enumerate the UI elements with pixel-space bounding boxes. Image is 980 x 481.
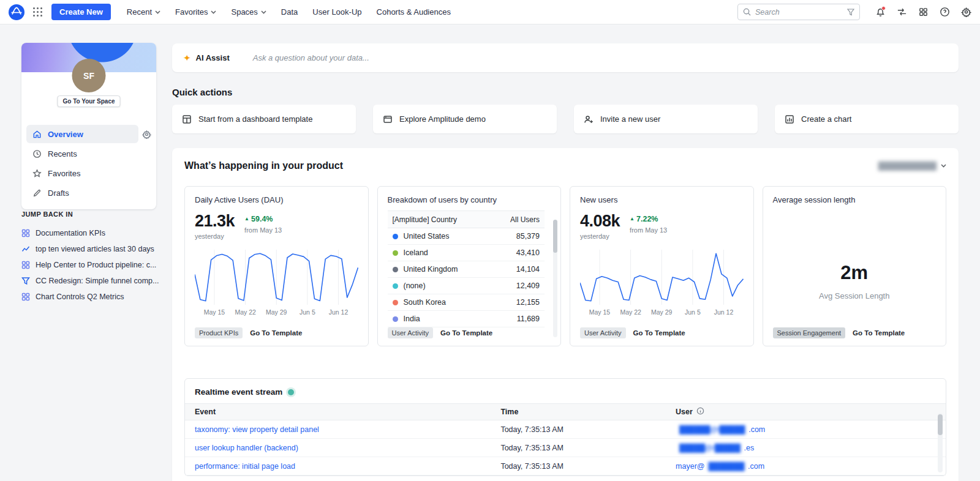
sidebar-item-overview[interactable]: Overview xyxy=(26,125,138,143)
scrollbar-thumb[interactable] xyxy=(938,414,943,435)
country-scrollbar[interactable] xyxy=(553,220,557,337)
session-length-card: Average session length 2m Avg Session Le… xyxy=(763,186,947,346)
session-caption: Avg Session Length xyxy=(773,291,937,300)
country-row[interactable]: South Korea 12,155 xyxy=(388,294,545,311)
nav-data[interactable]: Data xyxy=(281,7,298,17)
country-footer: User Activity Go To Template xyxy=(388,327,551,338)
help-icon[interactable] xyxy=(939,7,950,18)
nav-recent[interactable]: Recent xyxy=(127,7,160,17)
sidebar-row-favorites: Favorites xyxy=(26,164,151,182)
event-link[interactable]: user lookup handler (backend) xyxy=(195,444,298,452)
event-time: Today, 7:35:13 AM xyxy=(500,425,676,434)
bar-chart-icon xyxy=(785,114,794,124)
scrollbar-thumb[interactable] xyxy=(553,220,557,253)
search-input[interactable] xyxy=(755,8,843,17)
settings-gear-icon[interactable] xyxy=(960,7,971,18)
product-grid-icon[interactable] xyxy=(918,7,929,18)
ai-assist-bar[interactable]: ✦ AI Assist Ask a question about your da… xyxy=(172,43,959,72)
quick-actions-title: Quick actions xyxy=(172,87,959,97)
nav-spaces[interactable]: Spaces xyxy=(231,7,266,17)
session-go-to-template-link[interactable]: Go To Template xyxy=(853,329,905,337)
go-to-your-space-button[interactable]: Go To Your Space xyxy=(57,95,120,107)
country-row[interactable]: United Kingdom 14,104 xyxy=(388,261,545,278)
realtime-event-stream-card: Realtime event stream Event Time User ta… xyxy=(184,378,946,476)
new-users-x-axis: May 15 May 22 May 29 Jun 5 Jun 12 xyxy=(580,308,744,316)
dau-delta: ▲59.4% xyxy=(244,215,282,223)
dau-value-caption: yesterday xyxy=(195,233,235,240)
browser-window-icon xyxy=(383,114,393,124)
series-dot xyxy=(393,300,398,305)
project-selector[interactable]: ████████████ xyxy=(878,162,946,170)
data-connections-icon[interactable] xyxy=(896,7,907,18)
redacted-user: ██████@t█████ xyxy=(679,425,745,434)
event-user-link[interactable]: ██████@t█████.com xyxy=(676,425,946,434)
event-user-link[interactable]: █████@r█████.es xyxy=(676,444,946,452)
session-title: Average session length xyxy=(773,195,937,204)
series-dot xyxy=(393,316,398,322)
home-icon xyxy=(32,130,42,139)
country-go-to-template-link[interactable]: Go To Template xyxy=(440,329,492,337)
amplitude-logo-icon[interactable] xyxy=(9,4,24,20)
jump-item-chart-controls-q2[interactable]: Chart Controls Q2 Metrics xyxy=(21,289,164,305)
apps-grid-icon[interactable] xyxy=(33,7,43,17)
event-column-header: Event xyxy=(185,408,500,416)
jump-item-top-ten-viewed[interactable]: top ten viewed articles last 30 days xyxy=(21,241,164,257)
country-row[interactable]: (none) 12,409 xyxy=(388,278,545,294)
dau-category-badge[interactable]: Product KPIs xyxy=(195,327,243,338)
main-content: ✦ AI Assist Ask a question about your da… xyxy=(172,43,959,481)
new-users-go-to-template-link[interactable]: Go To Template xyxy=(633,329,685,337)
jump-item-cc-redesign-funnel[interactable]: CC Redesign: Simple funnel comp... xyxy=(21,273,164,289)
quick-action-create-chart[interactable]: Create a chart xyxy=(775,105,959,133)
star-icon xyxy=(32,169,42,178)
user-column-header: User xyxy=(676,407,946,417)
overview-settings-gear-icon[interactable] xyxy=(142,130,151,139)
nav-user-lookup[interactable]: User Look-Up xyxy=(312,7,361,17)
nav-favorites[interactable]: Favorites xyxy=(175,7,216,17)
country-row[interactable]: United States 85,379 xyxy=(388,228,545,245)
session-category-badge[interactable]: Session Engagement xyxy=(773,327,846,338)
dau-title: Daily Active Users (DAU) xyxy=(195,195,358,204)
event-row: taxonomy: view property detail panel Tod… xyxy=(185,420,946,439)
whats-happening-title: What’s happening in your product xyxy=(184,160,343,171)
jump-item-help-center-pipeline[interactable]: Help Center to Product pipeline: c... xyxy=(21,257,164,273)
new-users-chart xyxy=(580,250,744,305)
amplitude-dashboard: Create New Recent Favorites Spaces Data … xyxy=(0,0,980,481)
sidebar-item-favorites[interactable]: Favorites xyxy=(26,164,151,182)
sparkle-icon: ✦ xyxy=(183,53,191,64)
delta-up-icon: ▲ xyxy=(630,217,635,222)
realtime-table-header: Event Time User xyxy=(185,403,946,420)
space-header: SF Go To Your Space xyxy=(21,43,156,124)
quick-action-explore-demo[interactable]: Explore Amplitude demo xyxy=(373,105,557,133)
sidebar-item-drafts[interactable]: Drafts xyxy=(26,184,151,202)
all-users-col-header: All Users xyxy=(510,215,540,224)
event-user-link[interactable]: mayer@███████.com xyxy=(676,462,946,471)
global-search[interactable] xyxy=(737,4,860,20)
new-users-delta-caption: from May 13 xyxy=(630,226,667,234)
redacted-user: ███████ xyxy=(709,462,745,471)
event-link[interactable]: performance: initial page load xyxy=(195,462,295,471)
dashboard-icon xyxy=(21,229,30,237)
country-row[interactable]: Iceland 43,410 xyxy=(388,245,545,261)
notifications-bell-icon[interactable] xyxy=(875,7,886,18)
sidebar-item-recents[interactable]: Recents xyxy=(26,144,151,163)
invite-user-icon xyxy=(584,114,594,124)
whats-happening-header: What’s happening in your product ███████… xyxy=(184,160,946,171)
delta-up-icon: ▲ xyxy=(244,217,249,222)
search-filter-icon[interactable] xyxy=(847,9,854,16)
project-selector-label: ████████████ xyxy=(878,162,936,170)
quick-action-invite-user[interactable]: Invite a new user xyxy=(574,105,758,133)
country-category-badge[interactable]: User Activity xyxy=(388,327,434,338)
realtime-scrollbar[interactable] xyxy=(938,413,943,472)
dau-go-to-template-link[interactable]: Go To Template xyxy=(250,329,302,337)
event-link[interactable]: taxonomy: view property detail panel xyxy=(195,425,319,434)
create-new-button[interactable]: Create New xyxy=(51,4,111,20)
info-icon[interactable] xyxy=(696,407,704,417)
jump-item-documentation-kpis[interactable]: Documentation KPIs xyxy=(21,225,164,241)
funnel-icon xyxy=(21,277,30,285)
country-row[interactable]: India 11,689 xyxy=(388,311,545,327)
new-users-category-badge[interactable]: User Activity xyxy=(580,327,626,338)
dashboard-icon xyxy=(21,293,30,301)
dau-x-axis: May 15 May 22 May 29 Jun 5 Jun 12 xyxy=(195,308,358,316)
quick-action-dashboard-template[interactable]: Start from a dashboard template xyxy=(172,105,356,133)
nav-cohorts-audiences[interactable]: Cohorts & Audiences xyxy=(377,7,451,17)
